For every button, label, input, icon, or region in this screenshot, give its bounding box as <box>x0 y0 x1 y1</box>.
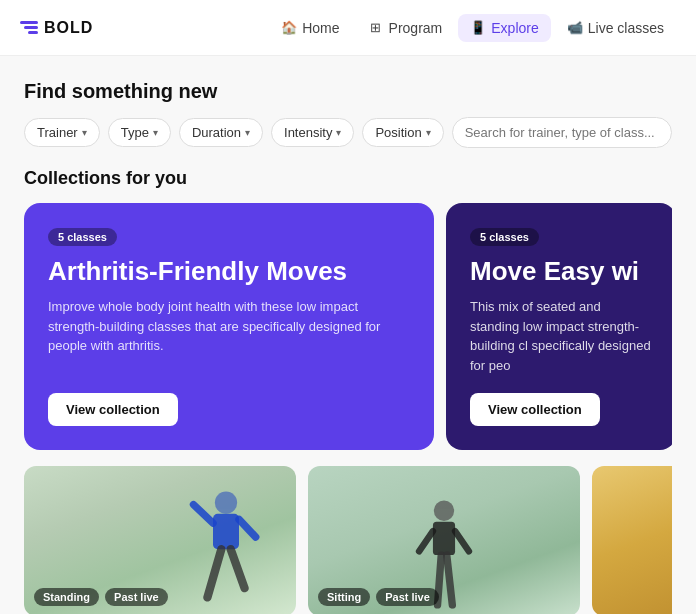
filter-position[interactable]: Position ▾ <box>362 118 443 147</box>
collection-card-arthritis: 5 classes Arthritis-Friendly Moves Impro… <box>24 203 434 450</box>
collections-title: Collections for you <box>24 168 672 189</box>
collection-desc-move-easy: This mix of seated and standing low impa… <box>470 297 652 375</box>
nav-label-program: Program <box>389 20 443 36</box>
collections-row: 5 classes Arthritis-Friendly Moves Impro… <box>24 203 672 450</box>
search-title: Find something new <box>24 80 672 103</box>
video-tag-past-live-1: Past live <box>105 588 168 606</box>
explore-icon: 📱 <box>470 20 486 36</box>
svg-line-2 <box>194 505 214 524</box>
home-icon: 🏠 <box>281 20 297 36</box>
logo-icon <box>20 21 38 34</box>
chevron-down-icon: ▾ <box>336 127 341 138</box>
logo-text: BOLD <box>44 19 93 37</box>
svg-line-4 <box>207 549 221 597</box>
svg-line-8 <box>419 531 433 551</box>
nav-item-explore[interactable]: 📱 Explore <box>458 14 550 42</box>
svg-point-0 <box>215 492 237 514</box>
collection-title-arthritis: Arthritis-Friendly Moves <box>48 256 410 287</box>
main-content: Find something new Trainer ▾ Type ▾ Dura… <box>0 56 696 614</box>
view-collection-arthritis[interactable]: View collection <box>48 393 178 426</box>
video-icon: 📹 <box>567 20 583 36</box>
video-card-partial[interactable] <box>592 466 672 614</box>
search-section: Find something new Trainer ▾ Type ▾ Dura… <box>24 80 672 148</box>
nav-label-explore: Explore <box>491 20 538 36</box>
filter-type-label: Type <box>121 125 149 140</box>
collection-card-move-easy: 5 classes Move Easy wi This mix of seate… <box>446 203 672 450</box>
collection-badge-arthritis: 5 classes <box>48 228 117 246</box>
chevron-down-icon: ▾ <box>426 127 431 138</box>
chevron-down-icon: ▾ <box>245 127 250 138</box>
collections-section: Collections for you 5 classes Arthritis-… <box>24 168 672 450</box>
nav-item-live[interactable]: 📹 Live classes <box>555 14 676 42</box>
video-tags-2: Sitting Past live <box>318 588 439 606</box>
svg-line-3 <box>239 520 256 538</box>
video-tag-sitting: Sitting <box>318 588 370 606</box>
nav-item-program[interactable]: ⊞ Program <box>356 14 455 42</box>
navbar: BOLD 🏠 Home ⊞ Program 📱 Explore 📹 Live c… <box>0 0 696 56</box>
filter-position-label: Position <box>375 125 421 140</box>
grid-icon: ⊞ <box>368 20 384 36</box>
nav-label-home: Home <box>302 20 339 36</box>
view-collection-move-easy[interactable]: View collection <box>470 393 600 426</box>
filter-trainer-label: Trainer <box>37 125 78 140</box>
person-figure-1 <box>186 486 266 614</box>
nav-items: 🏠 Home ⊞ Program 📱 Explore 📹 Live classe… <box>269 14 676 42</box>
nav-item-home[interactable]: 🏠 Home <box>269 14 351 42</box>
video-card-sitting[interactable]: Sitting Past live <box>308 466 580 614</box>
svg-line-5 <box>231 549 245 588</box>
chevron-down-icon: ▾ <box>82 127 87 138</box>
svg-rect-7 <box>433 522 455 555</box>
video-tags-1: Standing Past live <box>34 588 168 606</box>
svg-line-11 <box>447 555 453 605</box>
filter-duration[interactable]: Duration ▾ <box>179 118 263 147</box>
video-card-standing[interactable]: Standing Past live <box>24 466 296 614</box>
chevron-down-icon: ▾ <box>153 127 158 138</box>
video-tag-standing: Standing <box>34 588 99 606</box>
search-input-wrapper <box>452 117 672 148</box>
videos-row: Standing Past live Sitting Past live <box>24 466 672 614</box>
nav-label-live: Live classes <box>588 20 664 36</box>
filter-intensity[interactable]: Intensity ▾ <box>271 118 354 147</box>
filters-row: Trainer ▾ Type ▾ Duration ▾ Intensity ▾ … <box>24 117 672 148</box>
filter-duration-label: Duration <box>192 125 241 140</box>
collection-badge-move-easy: 5 classes <box>470 228 539 246</box>
svg-rect-1 <box>213 514 239 549</box>
collection-desc-arthritis: Improve whole body joint health with the… <box>48 297 410 356</box>
svg-line-9 <box>455 531 469 551</box>
filter-intensity-label: Intensity <box>284 125 332 140</box>
logo[interactable]: BOLD <box>20 19 93 37</box>
svg-point-6 <box>434 501 454 521</box>
filter-type[interactable]: Type ▾ <box>108 118 171 147</box>
video-tag-past-live-2: Past live <box>376 588 439 606</box>
search-input[interactable] <box>452 117 672 148</box>
collection-title-move-easy: Move Easy wi <box>470 256 652 287</box>
filter-trainer[interactable]: Trainer ▾ <box>24 118 100 147</box>
